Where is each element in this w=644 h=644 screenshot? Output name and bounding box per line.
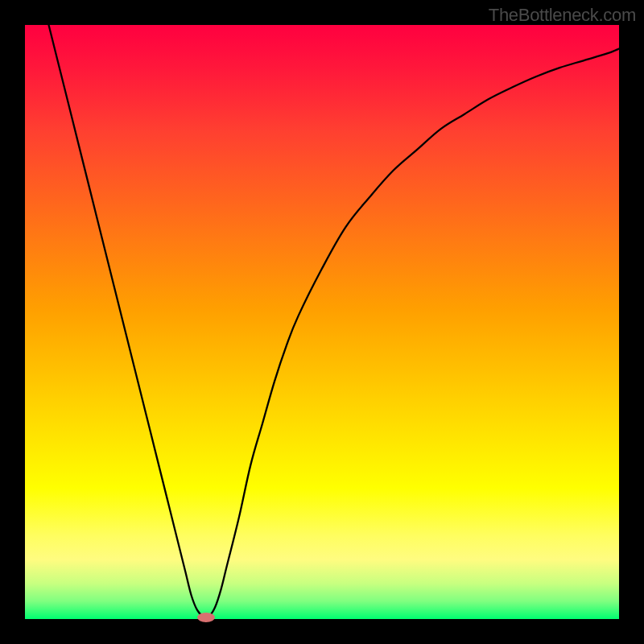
bottleneck-curve [25, 25, 619, 619]
optimal-point-marker [197, 613, 215, 622]
watermark-text: TheBottleneck.com [489, 5, 636, 26]
outer-frame: TheBottleneck.com [0, 0, 644, 644]
